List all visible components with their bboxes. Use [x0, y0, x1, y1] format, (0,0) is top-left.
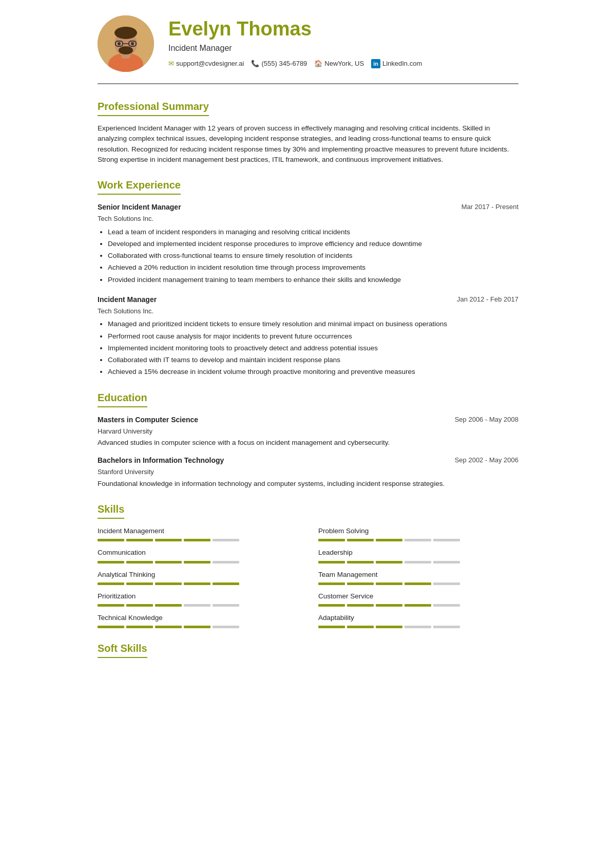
skill-name: Leadership [318, 548, 518, 558]
svg-point-9 [118, 42, 121, 45]
filled-segment [184, 539, 210, 541]
filled-segment [155, 582, 182, 585]
contact-email: ✉ support@cvdesigner.ai [168, 59, 244, 69]
empty-segment [433, 539, 460, 541]
filled-segment [213, 582, 239, 585]
education-section: Education Masters in Computer Science Se… [98, 390, 518, 490]
filled-segment [318, 539, 345, 541]
empty-segment [433, 626, 460, 628]
skill-item: Analytical Thinking [98, 570, 298, 585]
skill-item: Technical Knowledge [98, 613, 298, 628]
filled-segment [155, 561, 182, 563]
job-bullets-0: Lead a team of incident responders in ma… [98, 227, 518, 285]
candidate-title: Incident Manager [168, 42, 518, 54]
contact-linkedin: in LinkedIn.com [371, 59, 422, 69]
contact-phone: 📞 (555) 345-6789 [251, 59, 307, 69]
skill-bar [98, 539, 298, 541]
skill-bar [318, 604, 518, 607]
skill-item: Prioritization [98, 591, 298, 607]
skill-name: Incident Management [98, 526, 298, 536]
skills-grid: Incident ManagementProblem SolvingCommun… [98, 526, 518, 628]
filled-segment [347, 539, 374, 541]
work-experience-section: Work Experience Senior Incident Manager … [98, 177, 518, 378]
edu-date-0: Sep 2006 - May 2008 [455, 415, 518, 425]
filled-segment [126, 561, 153, 563]
filled-segment [126, 626, 153, 628]
skill-bar [318, 582, 518, 585]
location-icon: 🏠 [314, 59, 322, 69]
edu-entry-0: Masters in Computer Science Sep 2006 - M… [98, 415, 518, 448]
edu-header-1: Bachelors in Information Technology Sep … [98, 455, 518, 466]
job-bullets-1: Managed and prioritized incident tickets… [98, 319, 518, 377]
edu-school-0: Harvard University [98, 426, 518, 437]
skill-name: Team Management [318, 570, 518, 580]
filled-segment [376, 561, 402, 563]
linkedin-text: LinkedIn.com [382, 59, 422, 69]
skill-name: Adaptability [318, 613, 518, 623]
skills-title: Skills [98, 501, 124, 519]
skill-name: Communication [98, 548, 298, 558]
edu-desc-1: Foundational knowledge in information te… [98, 479, 518, 489]
filled-segment [98, 582, 124, 585]
edu-degree-1: Bachelors in Information Technology [98, 455, 224, 466]
skill-item: Problem Solving [318, 526, 518, 541]
contact-list: ✉ support@cvdesigner.ai 📞 (555) 345-6789… [168, 59, 518, 69]
filled-segment [184, 626, 210, 628]
edu-entry-1: Bachelors in Information Technology Sep … [98, 455, 518, 489]
skill-item: Adaptability [318, 613, 518, 628]
empty-segment [213, 561, 239, 563]
bullet-0-1: Developed and implemented incident respo… [108, 239, 518, 249]
linkedin-icon: in [371, 59, 380, 69]
skill-item: Communication [98, 548, 298, 563]
skill-item: Leadership [318, 548, 518, 563]
filled-segment [318, 626, 345, 628]
phone-icon: 📞 [251, 59, 259, 69]
filled-segment [184, 582, 210, 585]
soft-skills-title: Soft Skills [98, 641, 147, 658]
resume-header: Evelyn Thomas Incident Manager ✉ support… [98, 15, 518, 84]
bullet-1-0: Managed and prioritized incident tickets… [108, 319, 518, 329]
job-date-0: Mar 2017 - Present [461, 202, 518, 212]
empty-segment [405, 539, 431, 541]
filled-segment [126, 539, 153, 541]
empty-segment [213, 626, 239, 628]
filled-segment [405, 604, 431, 607]
skill-bar [98, 626, 298, 628]
filled-segment [155, 539, 182, 541]
filled-segment [376, 626, 402, 628]
empty-segment [433, 561, 460, 563]
professional-summary-text: Experienced Incident Manager with 12 yea… [98, 123, 518, 165]
job-date-1: Jan 2012 - Feb 2017 [457, 294, 518, 305]
filled-segment [98, 626, 124, 628]
skill-name: Prioritization [98, 591, 298, 601]
skill-bar [98, 604, 298, 607]
filled-segment [318, 604, 345, 607]
job-title-1: Incident Manager [98, 294, 157, 305]
filled-segment [405, 582, 431, 585]
bullet-0-4: Provided incident management training to… [108, 275, 518, 285]
skill-name: Analytical Thinking [98, 570, 298, 580]
svg-point-4 [114, 27, 137, 39]
filled-segment [347, 604, 374, 607]
skill-item: Customer Service [318, 591, 518, 607]
filled-segment [184, 561, 210, 563]
edu-school-1: Stanford University [98, 467, 518, 477]
filled-segment [318, 561, 345, 563]
job-entry-0: Senior Incident Manager Mar 2017 - Prese… [98, 202, 518, 285]
skill-bar [98, 582, 298, 585]
filled-segment [155, 626, 182, 628]
bullet-1-2: Implemented incident monitoring tools to… [108, 343, 518, 353]
filled-segment [318, 582, 345, 585]
filled-segment [98, 604, 124, 607]
filled-segment [155, 604, 182, 607]
filled-segment [347, 626, 374, 628]
filled-segment [347, 561, 374, 563]
professional-summary-title: Professional Summary [98, 99, 209, 116]
filled-segment [98, 539, 124, 541]
svg-point-5 [119, 46, 133, 54]
edu-degree-0: Masters in Computer Science [98, 415, 198, 425]
location-text: NewYork, US [324, 59, 364, 69]
empty-segment [184, 604, 210, 607]
empty-segment [405, 561, 431, 563]
empty-segment [433, 604, 460, 607]
